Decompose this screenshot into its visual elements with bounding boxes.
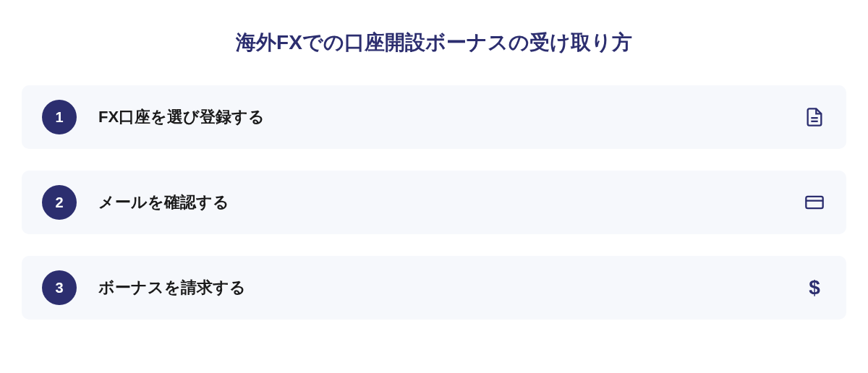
step-label: FX口座を選び登録する: [98, 106, 781, 128]
card-icon: [803, 191, 826, 214]
dollar-icon: $: [803, 276, 826, 299]
step-label: ボーナスを請求する: [98, 277, 781, 299]
step-item: 2 メールを確認する: [22, 171, 846, 234]
step-number-badge: 1: [42, 100, 77, 134]
step-label: メールを確認する: [98, 192, 781, 213]
page-title: 海外FXでの口座開設ボーナスの受け取り方: [22, 29, 846, 56]
document-icon: [803, 106, 826, 129]
step-item: 1 FX口座を選び登録する: [22, 85, 846, 149]
step-number-badge: 3: [42, 270, 77, 305]
step-item: 3 ボーナスを請求する $: [22, 256, 846, 320]
step-number-badge: 2: [42, 185, 77, 220]
svg-rect-2: [806, 197, 822, 208]
steps-list: 1 FX口座を選び登録する 2 メールを確認する 3 ボーナスを請求する $: [22, 85, 846, 320]
